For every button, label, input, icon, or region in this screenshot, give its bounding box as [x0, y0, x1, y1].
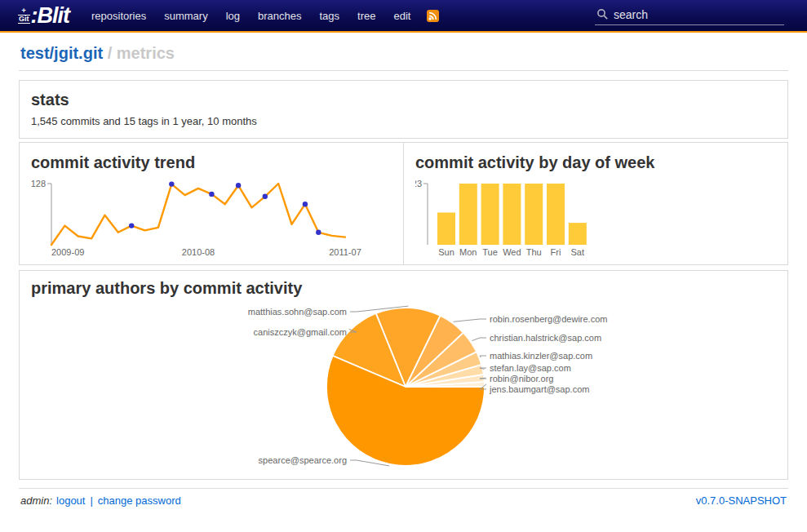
gitblit-logo[interactable]: + Git :Blit: [18, 3, 69, 29]
footer-divider: [19, 488, 788, 489]
svg-text:Fri: Fri: [551, 247, 561, 257]
nav-item-tree[interactable]: tree: [357, 10, 375, 22]
day-of-week-section: commit activity by day of week 323SunMon…: [404, 143, 787, 264]
breadcrumb-repo-link[interactable]: test/jgit.git: [20, 44, 103, 62]
stats-summary: 1,545 commits and 15 tags in 1 year, 10 …: [31, 115, 776, 127]
svg-text:Thu: Thu: [526, 247, 542, 257]
pie-label-1: robin@nibor.org: [490, 374, 553, 383]
trend-chart-title: commit activity trend: [31, 153, 400, 172]
day-of-week-chart-svg: 323SunMonTueWedThuFriSat: [415, 178, 783, 259]
svg-text:2011-07: 2011-07: [329, 247, 361, 257]
logout-link[interactable]: logout: [56, 494, 85, 507]
pie-chart-title: primary authors by commit activity: [31, 279, 776, 298]
svg-text:Sat: Sat: [571, 247, 585, 257]
svg-text:Sun: Sun: [438, 247, 454, 257]
logo-brand-text: :Blit: [31, 3, 69, 29]
stats-title: stats: [31, 91, 776, 109]
charts-panel: commit activity trend 1282009-092010-082…: [19, 142, 788, 265]
breadcrumb-page: metrics: [117, 44, 175, 62]
nav-item-repositories[interactable]: repositories: [91, 10, 146, 22]
logo-plus: +: [22, 7, 26, 15]
change-password-link[interactable]: change password: [98, 494, 181, 507]
breadcrumb: test/jgit.git / metrics: [20, 44, 807, 63]
svg-text:Mon: Mon: [459, 247, 477, 257]
footer-separator: |: [90, 494, 92, 507]
search-icon: [596, 8, 609, 20]
breadcrumb-separator: /: [103, 44, 117, 62]
pie-label-5: robin.rosenberg@dewire.com: [490, 314, 607, 324]
nav-item-branches[interactable]: branches: [258, 10, 301, 22]
pie-label-4: christian.halstrick@sap.com: [490, 333, 601, 343]
search-input[interactable]: [614, 8, 783, 21]
primary-authors-panel: primary authors by commit activity jens.…: [19, 270, 788, 480]
footer: admin: logout | change password v0.7.0-S…: [20, 494, 787, 507]
stats-panel: stats 1,545 commits and 15 tags in 1 yea…: [19, 80, 788, 139]
commit-activity-trend-section: commit activity trend 1282009-092010-082…: [20, 143, 404, 264]
rss-feed-icon[interactable]: [427, 10, 439, 22]
day-of-week-chart-title: commit activity by day of week: [415, 153, 784, 172]
pie-label-8: spearce@spearce.org: [259, 455, 347, 465]
svg-text:323: 323: [415, 179, 422, 188]
nav-item-log[interactable]: log: [226, 10, 240, 22]
nav-item-edit[interactable]: edit: [393, 10, 410, 22]
svg-text:Wed: Wed: [503, 247, 521, 257]
nav-items: repositoriessummarylogbranchestagstreeed…: [82, 10, 419, 22]
nav-item-tags[interactable]: tags: [319, 10, 339, 22]
search-box: [595, 7, 784, 25]
gitblit-logo-glyph: + Git: [18, 7, 30, 24]
logo-git: Git: [18, 15, 30, 24]
svg-text:128: 128: [31, 179, 46, 188]
svg-text:2009-09: 2009-09: [51, 247, 84, 257]
pie-label-0: jens.baumgart@sap.com: [489, 384, 589, 394]
pie-label-2: stefan.lay@sap.com: [490, 363, 571, 373]
nav-item-summary[interactable]: summary: [164, 10, 207, 22]
pie-label-7: caniszczyk@gmail.com: [254, 327, 347, 337]
footer-user-label: admin:: [20, 494, 52, 507]
trend-chart-svg: 1282009-092010-082011-07: [31, 178, 398, 259]
breadcrumb-divider: [19, 70, 788, 71]
pie-label-6: matthias.sohn@sap.com: [248, 307, 347, 317]
navbar: + Git :Blit repositoriessummarylogbranch…: [0, 0, 807, 33]
authors-pie-chart-svg: jens.baumgart@sap.comrobin@nibor.orgstef…: [31, 304, 777, 477]
version-link[interactable]: v0.7.0-SNAPSHOT: [696, 494, 787, 507]
svg-text:2010-08: 2010-08: [182, 247, 215, 257]
pie-label-3: mathias.kinzler@sap.com: [490, 351, 592, 361]
svg-text:Tue: Tue: [482, 247, 498, 257]
